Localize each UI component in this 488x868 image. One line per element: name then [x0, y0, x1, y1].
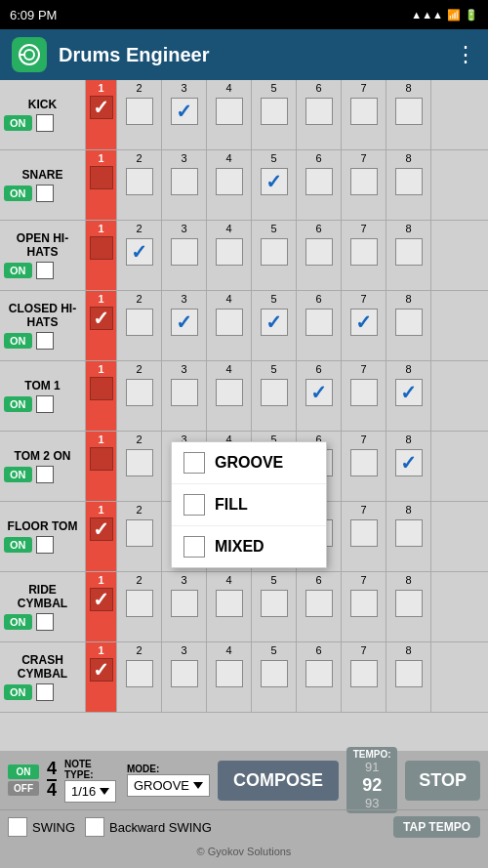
beat-checkbox-7-6[interactable] — [350, 590, 378, 617]
row-on-btn-7[interactable]: ON — [4, 614, 32, 630]
row-checkbox-7[interactable] — [36, 613, 54, 631]
beat-checkbox-3-1[interactable] — [126, 309, 153, 336]
beat-checkbox-4-7[interactable]: ✓ — [395, 379, 423, 406]
dropdown-item-mixed[interactable]: MIXED — [172, 526, 326, 567]
beat-checkbox-2-2[interactable] — [171, 238, 198, 266]
beat-checkbox-7-5[interactable] — [305, 590, 333, 617]
beat-checkbox-5-6[interactable] — [350, 449, 378, 476]
row-on-btn-4[interactable]: ON — [4, 396, 32, 412]
beat-checkbox-0-0[interactable]: ✓ — [90, 96, 113, 119]
mode-dropdown[interactable]: GROOVEFILLMIXED — [171, 441, 327, 568]
beat-checkbox-6-6[interactable] — [350, 519, 378, 547]
beat-checkbox-4-2[interactable] — [171, 379, 198, 406]
beat-checkbox-1-7[interactable] — [395, 168, 423, 195]
beat-checkbox-2-1[interactable]: ✓ — [126, 238, 153, 266]
row-on-btn-6[interactable]: ON — [4, 537, 32, 553]
compose-button[interactable]: COMPOSE — [218, 761, 339, 801]
dropdown-cb-mixed[interactable] — [183, 536, 205, 558]
beat-checkbox-6-1[interactable] — [126, 519, 153, 547]
row-on-btn-3[interactable]: ON — [4, 333, 32, 349]
beat-checkbox-5-0[interactable] — [90, 447, 113, 471]
beat-checkbox-4-4[interactable] — [261, 379, 288, 406]
row-checkbox-2[interactable] — [36, 262, 54, 279]
beat-checkbox-3-7[interactable] — [395, 309, 423, 336]
beat-checkbox-0-6[interactable] — [350, 98, 378, 125]
beat-checkbox-0-1[interactable] — [126, 98, 153, 125]
beat-checkbox-7-4[interactable] — [261, 590, 288, 617]
beat-checkbox-8-4[interactable] — [261, 660, 288, 687]
beat-checkbox-4-0[interactable] — [90, 377, 113, 400]
beat-checkbox-8-6[interactable] — [350, 660, 378, 687]
beat-checkbox-1-4[interactable]: ✓ — [261, 168, 288, 195]
row-on-btn-0[interactable]: ON — [4, 115, 32, 131]
beat-checkbox-4-5[interactable]: ✓ — [305, 379, 333, 406]
row-checkbox-6[interactable] — [36, 536, 54, 554]
beat-checkbox-2-6[interactable] — [350, 238, 378, 266]
beat-checkbox-3-5[interactable] — [305, 309, 333, 336]
beat-checkbox-8-2[interactable] — [171, 660, 198, 687]
row-checkbox-1[interactable] — [36, 185, 54, 202]
row-checkbox-8[interactable] — [36, 683, 54, 701]
toolbar-on-button[interactable]: ON — [8, 765, 39, 779]
beat-checkbox-8-0[interactable]: ✓ — [90, 658, 113, 682]
dropdown-cb-groove[interactable] — [183, 452, 205, 474]
beat-checkbox-6-0[interactable]: ✓ — [90, 517, 113, 541]
beat-checkbox-8-3[interactable] — [216, 660, 243, 687]
beat-checkbox-7-3[interactable] — [216, 590, 243, 617]
beat-checkbox-2-0[interactable] — [90, 236, 113, 260]
beat-checkbox-7-2[interactable] — [171, 590, 198, 617]
swing-checkbox[interactable] — [8, 817, 27, 837]
beat-checkbox-2-7[interactable] — [395, 238, 423, 266]
beat-checkbox-3-0[interactable]: ✓ — [90, 307, 113, 330]
beat-checkbox-0-4[interactable] — [261, 98, 288, 125]
beat-checkbox-1-5[interactable] — [305, 168, 333, 195]
row-on-btn-5[interactable]: ON — [4, 467, 32, 482]
row-checkbox-5[interactable] — [36, 466, 54, 483]
beat-checkbox-1-2[interactable] — [171, 168, 198, 195]
backward-swing-checkbox[interactable] — [85, 817, 104, 837]
beat-checkbox-7-7[interactable] — [395, 590, 423, 617]
beat-checkbox-2-5[interactable] — [305, 238, 333, 266]
beat-checkbox-0-3[interactable] — [216, 98, 243, 125]
beat-checkbox-8-5[interactable] — [305, 660, 333, 687]
beat-checkbox-0-2[interactable]: ✓ — [171, 98, 198, 125]
beat-checkbox-3-6[interactable]: ✓ — [350, 309, 378, 336]
beat-checkbox-0-7[interactable] — [395, 98, 423, 125]
beat-checkbox-7-0[interactable]: ✓ — [90, 588, 113, 611]
row-on-btn-8[interactable]: ON — [4, 684, 32, 700]
row-checkbox-3[interactable] — [36, 332, 54, 350]
beat-checkbox-8-7[interactable] — [395, 660, 423, 687]
beat-checkbox-1-3[interactable] — [216, 168, 243, 195]
beat-cell-5-7: 8✓ — [386, 432, 431, 501]
note-type-dropdown[interactable]: 1/16 — [64, 780, 116, 803]
dropdown-item-groove[interactable]: GROOVE — [172, 442, 326, 484]
menu-button[interactable]: ⋮ — [455, 42, 476, 67]
beat-checkbox-2-4[interactable] — [261, 238, 288, 266]
beat-checkbox-6-7[interactable] — [395, 519, 423, 547]
row-checkbox-0[interactable] — [36, 114, 54, 132]
toolbar-off-button[interactable]: OFF — [8, 781, 39, 796]
beat-checkbox-4-1[interactable] — [126, 379, 153, 406]
beat-checkbox-1-0[interactable] — [90, 166, 113, 189]
beat-checkbox-1-6[interactable] — [350, 168, 378, 195]
beat-checkbox-7-1[interactable] — [126, 590, 153, 617]
beat-checkbox-3-2[interactable]: ✓ — [171, 309, 198, 336]
beat-checkbox-3-4[interactable]: ✓ — [261, 309, 288, 336]
tap-tempo-button[interactable]: TAP TEMPO — [393, 816, 480, 838]
beat-checkbox-8-1[interactable] — [126, 660, 153, 687]
row-on-btn-2[interactable]: ON — [4, 263, 32, 278]
beat-checkbox-5-1[interactable] — [126, 449, 153, 476]
mode-dropdown[interactable]: GROOVE — [127, 774, 210, 797]
beat-checkbox-5-7[interactable]: ✓ — [395, 449, 423, 476]
beat-checkbox-1-1[interactable] — [126, 168, 153, 195]
dropdown-item-fill[interactable]: FILL — [172, 484, 326, 526]
beat-checkbox-2-3[interactable] — [216, 238, 243, 266]
stop-button[interactable]: STOP — [405, 761, 480, 801]
beat-checkbox-3-3[interactable] — [216, 309, 243, 336]
row-checkbox-4[interactable] — [36, 395, 54, 413]
beat-checkbox-0-5[interactable] — [305, 98, 333, 125]
dropdown-cb-fill[interactable] — [183, 494, 205, 516]
row-on-btn-1[interactable]: ON — [4, 186, 32, 201]
beat-checkbox-4-3[interactable] — [216, 379, 243, 406]
beat-checkbox-4-6[interactable] — [350, 379, 378, 406]
